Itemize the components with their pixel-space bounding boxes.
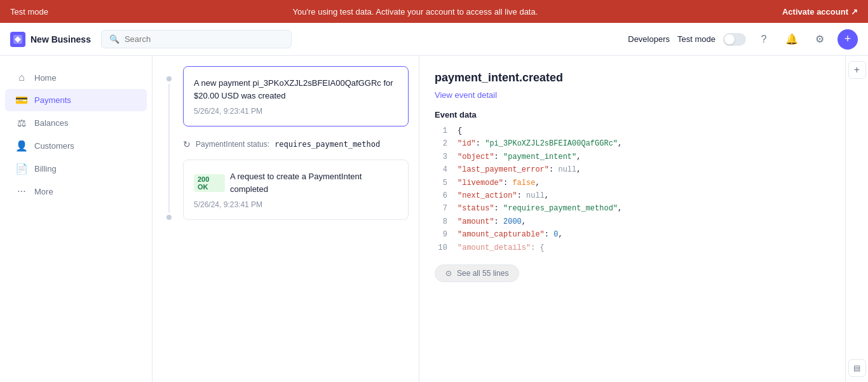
status-row: ↻ PaymentIntent status: requires_payment… [183, 137, 409, 152]
add-button[interactable]: + [837, 29, 858, 50]
sidebar-label-payments: Payments [34, 95, 71, 105]
banner-center-text: You're using test data. Activate your ac… [48, 7, 782, 17]
help-icon[interactable]: ? [754, 29, 774, 50]
brand-icon [10, 32, 25, 47]
main-layout: ⌂ Home 💳 Payments ⚖ Balances 👤 Customers… [0, 56, 868, 382]
sidebar-label-balances: Balances [34, 118, 68, 128]
see-all-label: See all 55 lines [457, 269, 508, 278]
banner-left-label: Test mode [10, 7, 48, 17]
event-data-label: Event data [435, 110, 830, 119]
sidebar-item-payments[interactable]: 💳 Payments [5, 89, 147, 111]
customers-icon: 👤 [15, 140, 28, 152]
test-mode-label: Test mode [677, 34, 715, 44]
notifications-icon[interactable]: 🔔 [782, 29, 802, 50]
sidebar-item-balances[interactable]: ⚖ Balances [5, 112, 147, 134]
view-event-detail-link[interactable]: View event detail [435, 90, 497, 100]
sidebar-item-more[interactable]: ··· More [5, 181, 147, 202]
sidebar-label-customers: Customers [34, 141, 74, 151]
code-line-1: 1 { [435, 125, 830, 137]
sidebar-item-customers[interactable]: 👤 Customers [5, 135, 147, 157]
sidebar-label-home: Home [34, 73, 57, 83]
event-title: payment_intent.created [435, 71, 830, 85]
test-mode-toggle[interactable] [723, 33, 746, 46]
sidebar: ⌂ Home 💳 Payments ⚖ Balances 👤 Customers… [0, 56, 153, 382]
events-panel: A new payment pi_3PKoXZJL2sBFEIA00QafGGR… [153, 56, 419, 382]
sidebar-item-billing[interactable]: 📄 Billing [5, 158, 147, 180]
timeline-dot-1 [166, 76, 172, 81]
code-line-2: 2 "id": "pi_3PKoXZJL2sBFEIA00QafGGRc", [435, 137, 830, 150]
code-line-5: 5 "livemode": false, [435, 177, 830, 189]
expand-icon: ⊙ [445, 269, 452, 278]
refresh-icon: ↻ [183, 139, 191, 149]
test-mode-banner: Test mode You're using test data. Activa… [0, 0, 868, 23]
search-bar[interactable]: 🔍 [101, 30, 292, 48]
header-right: Developers Test mode ? 🔔 ⚙ + [628, 29, 858, 50]
status-value: requires_payment_method [275, 140, 380, 149]
code-line-7: 7 "status": "requires_payment_method", [435, 202, 830, 215]
status-badge-200: 200 OK [194, 174, 225, 192]
sidebar-label-billing: Billing [34, 164, 57, 174]
sidebar-label-more: More [34, 187, 53, 196]
code-line-8: 8 "amount": 2000, [435, 215, 830, 228]
home-icon: ⌂ [15, 72, 28, 83]
sidebar-item-home[interactable]: ⌂ Home [5, 67, 147, 88]
billing-icon: 📄 [15, 163, 28, 175]
see-all-lines-button[interactable]: ⊙ See all 55 lines [435, 264, 519, 282]
brand-logo[interactable]: New Business [10, 32, 91, 47]
code-block: 1 { 2 "id": "pi_3PKoXZJL2sBFEIA00QafGGRc… [435, 125, 830, 254]
event-card-2-text: A request to create a PaymentIntent comp… [230, 170, 398, 195]
terminal-button[interactable]: ▤ [848, 359, 866, 377]
payments-icon: 💳 [15, 94, 28, 106]
event-card-1-time: 5/26/24, 9:23:41 PM [194, 107, 398, 116]
events-list: A new payment pi_3PKoXZJL2sBFEIA00QafGGR… [183, 66, 409, 230]
timeline-column [163, 66, 175, 230]
settings-icon[interactable]: ⚙ [810, 29, 830, 50]
search-input[interactable] [125, 34, 283, 44]
event-card-2-time: 5/26/24, 9:23:41 PM [194, 200, 398, 209]
timeline-dot-2 [166, 215, 172, 220]
right-controls: + ▤ [845, 56, 868, 382]
event-card-1-text: A new payment pi_3PKoXZJL2sBFEIA00QafGGR… [194, 77, 398, 102]
developers-button[interactable]: Developers [628, 34, 670, 44]
header: New Business 🔍 Developers Test mode ? 🔔 … [0, 23, 868, 56]
event-card-1[interactable]: A new payment pi_3PKoXZJL2sBFEIA00QafGGR… [183, 66, 409, 126]
search-icon: 🔍 [109, 34, 119, 44]
status-label: PaymentIntent status: [196, 140, 269, 149]
timeline-line [168, 84, 170, 212]
code-line-6: 6 "next_action": null, [435, 189, 830, 202]
brand-name: New Business [31, 34, 91, 44]
toggle-thumb [724, 34, 735, 44]
expand-panel-button[interactable]: + [848, 61, 866, 79]
code-line-10: 10 "amount_details": { [435, 242, 830, 254]
code-line-9: 9 "amount_capturable": 0, [435, 228, 830, 241]
more-icon: ··· [15, 186, 28, 197]
balances-icon: ⚖ [15, 117, 28, 129]
event-card-2[interactable]: 200 OK A request to create a PaymentInte… [183, 160, 409, 220]
event-detail-panel: payment_intent.created View event detail… [419, 56, 845, 382]
code-line-3: 3 "object": "payment_intent", [435, 151, 830, 163]
activate-account-link[interactable]: Activate account ↗ [782, 7, 858, 17]
code-line-4: 4 "last_payment_error": null, [435, 163, 830, 176]
